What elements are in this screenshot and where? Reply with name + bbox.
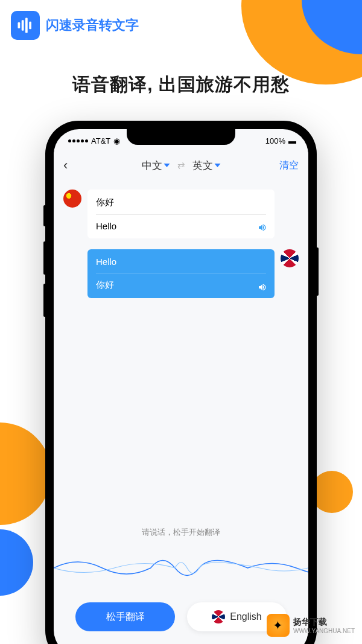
release-button-label: 松手翻译 (106, 611, 145, 623)
lang-from-dropdown[interactable]: 中文 (142, 159, 170, 173)
uk-flag-icon (281, 249, 299, 267)
phone-notch (127, 129, 235, 145)
china-flag-icon (63, 190, 81, 208)
message-incoming: Hello 你好 (63, 249, 299, 298)
bg-blob-blue-left (0, 529, 33, 596)
message-outgoing: 你好 Hello (63, 190, 299, 238)
carrier-label: AT&T (91, 136, 110, 145)
recording-hint: 请说话，松手开始翻译 (54, 527, 308, 538)
svg-rect-0 (18, 22, 21, 28)
language-selector: 中文 ⇄ 英文 (142, 159, 221, 173)
english-button-label: English (230, 611, 261, 622)
svg-rect-3 (29, 22, 31, 30)
tagline: 语音翻译, 出国旅游不用愁 (0, 72, 362, 97)
bg-blob-orange-left (0, 422, 51, 525)
chevron-down-icon (164, 164, 170, 167)
message-bubble[interactable]: Hello 你好 (87, 249, 275, 298)
message-bubble[interactable]: 你好 Hello (87, 190, 275, 238)
source-text: 你好 (96, 197, 266, 208)
swap-languages-icon[interactable]: ⇄ (177, 160, 185, 171)
brand-name: 闪速录音转文字 (46, 16, 139, 34)
lang-from-label: 中文 (142, 159, 162, 173)
lang-to-label: 英文 (192, 159, 213, 173)
source-text: Hello (96, 257, 266, 267)
chat-area: 你好 Hello Hello 你好 (54, 179, 308, 320)
uk-flag-icon (212, 610, 225, 623)
release-translate-button[interactable]: 松手翻译 (75, 602, 175, 631)
svg-rect-1 (22, 20, 24, 31)
svg-rect-2 (25, 18, 28, 33)
phone-screen: AT&T ◉ 9:41 AM 100% ▬ ‹ 中文 ⇄ 英文 (54, 129, 308, 644)
watermark-logo-icon: ✦ (267, 614, 290, 637)
watermark: ✦ 扬华下载 WWW.YANGHUA.NET (267, 614, 355, 637)
chevron-down-icon (215, 164, 221, 167)
battery-label: 100% (265, 136, 285, 145)
speaker-icon[interactable] (258, 282, 267, 292)
signal-icon (68, 139, 88, 142)
nav-bar: ‹ 中文 ⇄ 英文 清空 (54, 152, 308, 179)
clear-button[interactable]: 清空 (279, 159, 299, 172)
speaker-icon[interactable] (258, 223, 267, 232)
brand-header: 闪速录音转文字 (11, 11, 139, 40)
brand-logo-icon (11, 11, 40, 40)
phone-mockup: AT&T ◉ 9:41 AM 100% ▬ ‹ 中文 ⇄ 英文 (45, 121, 317, 644)
lang-to-dropdown[interactable]: 英文 (192, 159, 221, 173)
bg-blob-orange-right (311, 471, 353, 513)
target-text: 你好 (96, 279, 266, 291)
battery-icon: ▬ (288, 136, 296, 145)
watermark-url: WWW.YANGHUA.NET (293, 628, 355, 634)
watermark-name: 扬华下载 (293, 617, 355, 628)
wifi-icon: ◉ (113, 136, 120, 145)
waveform-visualization (54, 550, 308, 586)
target-text: Hello (96, 221, 266, 231)
back-button[interactable]: ‹ (63, 158, 68, 173)
